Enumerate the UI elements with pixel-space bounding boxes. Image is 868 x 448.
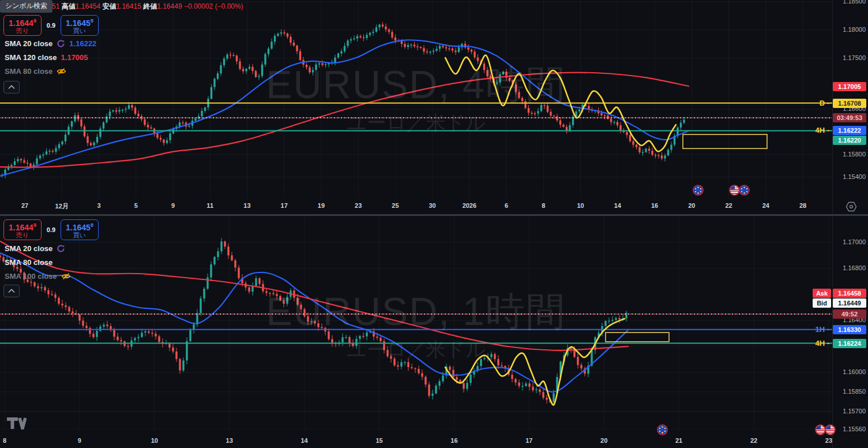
time-axis-label: 6 bbox=[505, 202, 508, 209]
sell-button[interactable]: 1.16449 売り bbox=[3, 219, 42, 240]
indicator-row[interactable]: SMA 120 close1.17005 bbox=[5, 53, 88, 62]
pane-divider[interactable] bbox=[0, 214, 868, 216]
price-axis-label: 1.16800 bbox=[832, 264, 866, 271]
price-axis-label: 1.15700 bbox=[832, 408, 866, 415]
change-value: −0.00002 (−0.00%) bbox=[184, 2, 243, 10]
level-tag: 4H - bbox=[806, 339, 829, 348]
time-axis-label: 9 bbox=[171, 202, 175, 209]
countdown-badge: 49:52 bbox=[833, 309, 866, 319]
time-axis-label: 20 bbox=[600, 437, 607, 444]
price-axis-label: 1.17000 bbox=[832, 238, 866, 245]
price-axis-label: 1.15800 bbox=[832, 151, 866, 158]
ohlc-row: 51 高値1.16454 安値1.16415 終値1.16449 −0.0000… bbox=[52, 2, 243, 12]
eu-flag-event-icon[interactable] bbox=[693, 185, 704, 196]
us-flag-event-icon[interactable] bbox=[729, 185, 740, 196]
countdown-badge: 03:49:53 bbox=[833, 113, 866, 122]
time-axis-label: 8 bbox=[542, 202, 545, 209]
level-tag: D - bbox=[806, 99, 829, 107]
price-axis-label: 1.17500 bbox=[832, 54, 866, 61]
time-axis-label: 23 bbox=[825, 437, 832, 444]
time-axis-label: 10 bbox=[151, 437, 158, 444]
eu-flag-event-icon[interactable] bbox=[657, 424, 668, 435]
time-axis-label: 5 bbox=[134, 202, 138, 209]
price-badge: 1.16708 bbox=[833, 99, 866, 108]
eye-off-icon[interactable] bbox=[57, 68, 66, 75]
indicator-name: SMA 20 close bbox=[5, 39, 52, 48]
tradingview-logo[interactable] bbox=[7, 417, 27, 432]
trading-chart-app: EURUSD, 4時間 ユーロ／米ドル EURUSD, 1時間 ユーロ／米ドル … bbox=[0, 0, 868, 448]
trade-panel-4h: 1.16449 売り 0.9 1.16458 買い bbox=[3, 15, 99, 36]
time-axis-label: 20 bbox=[688, 202, 695, 209]
badge-label-chip: Bid bbox=[813, 298, 831, 308]
candlestick-chart-1h[interactable] bbox=[0, 216, 832, 430]
indicator-row[interactable]: SMA 80 close bbox=[5, 258, 52, 267]
buy-button[interactable]: 1.16458 買い bbox=[61, 15, 99, 36]
price-axis-label: 1.15850 bbox=[832, 388, 866, 395]
indicator-value: 1.17005 bbox=[61, 53, 88, 62]
ohlc-field-value: 1.16454 bbox=[76, 2, 100, 10]
time-axis-label: 30 bbox=[429, 202, 436, 209]
badge-label-chip: Ask bbox=[813, 289, 831, 298]
time-axis-label: 13 bbox=[226, 437, 233, 444]
time-axis-label: 23 bbox=[355, 202, 362, 209]
time-axis-label: 27 bbox=[21, 202, 28, 209]
us-flag-canton bbox=[826, 425, 831, 430]
open-value-partial: 51 bbox=[52, 2, 59, 10]
time-axis-label: 15 bbox=[375, 437, 382, 444]
timezone-settings-button[interactable] bbox=[846, 201, 857, 214]
price-axis-label: 1.18000 bbox=[832, 26, 866, 33]
time-axis-label: 17 bbox=[525, 437, 532, 444]
us-flag-canton bbox=[816, 425, 821, 430]
sync-icon bbox=[57, 39, 65, 48]
indicator-row[interactable]: SMA 80 close bbox=[5, 67, 66, 76]
time-axis-label: 14 bbox=[614, 202, 621, 209]
time-axis-label: 10 bbox=[577, 202, 584, 209]
indicator-value: 1.16222 bbox=[69, 39, 96, 48]
level-tag: 1H - bbox=[806, 325, 829, 334]
symbol-search-button[interactable]: シンボル検索 bbox=[0, 0, 52, 13]
indicator-row[interactable]: SMA 20 close bbox=[5, 244, 65, 253]
candlestick-chart-4h[interactable] bbox=[0, 0, 832, 199]
time-axis-label: 17 bbox=[281, 202, 288, 209]
price-badge: 1.16222 bbox=[833, 126, 866, 135]
hexagon-icon bbox=[846, 201, 857, 212]
price-badge: 1.16458 bbox=[833, 289, 866, 298]
indicator-row[interactable]: SMA 100 close bbox=[5, 272, 71, 281]
sync-icon bbox=[57, 244, 65, 253]
eu-flag-event-icon[interactable] bbox=[739, 185, 750, 196]
time-axis-label: 21 bbox=[675, 437, 682, 444]
time-axis-label: 3 bbox=[97, 202, 100, 209]
price-axis-label: 1.16000 bbox=[832, 368, 866, 375]
tradingview-logo-icon bbox=[7, 417, 27, 430]
price-badge: 1.17005 bbox=[833, 82, 866, 91]
time-axis-label: 11 bbox=[206, 202, 213, 209]
indicator-name: SMA 120 close bbox=[5, 53, 57, 62]
chevron-up-icon bbox=[8, 85, 15, 89]
buy-button[interactable]: 1.16458 買い bbox=[61, 219, 99, 240]
chevron-up-icon bbox=[8, 289, 15, 293]
collapse-legend-button[interactable] bbox=[3, 81, 20, 94]
us-flag-canton bbox=[730, 186, 735, 190]
indicator-name: SMA 80 close bbox=[5, 67, 52, 76]
spread-value: 0.9 bbox=[42, 22, 61, 29]
level-tag: 4H - bbox=[806, 126, 829, 135]
time-axis-label: 28 bbox=[799, 202, 806, 209]
eye-off-icon[interactable] bbox=[61, 272, 71, 280]
indicator-name: SMA 20 close bbox=[5, 244, 52, 253]
spread-value: 0.9 bbox=[42, 226, 61, 233]
time-axis-label: 16 bbox=[651, 202, 658, 209]
indicator-name: SMA 80 close bbox=[5, 258, 52, 267]
us-flag-event-icon[interactable] bbox=[815, 424, 826, 435]
us-flag-event-icon[interactable] bbox=[825, 424, 836, 435]
time-axis-label: 22 bbox=[725, 202, 732, 209]
time-axis-label: 8 bbox=[3, 437, 6, 444]
price-badge: 1.16224 bbox=[833, 339, 866, 348]
price-axis-separator bbox=[832, 0, 833, 448]
ohlc-field-label: 高値 bbox=[62, 2, 76, 10]
time-axis-label: 12月 bbox=[55, 202, 69, 211]
collapse-legend-button[interactable] bbox=[3, 285, 20, 297]
indicator-name: SMA 100 close bbox=[5, 272, 57, 281]
sell-button[interactable]: 1.16449 売り bbox=[3, 15, 42, 36]
ohlc-field-value: 1.16415 bbox=[116, 2, 141, 10]
indicator-row[interactable]: SMA 20 close1.16222 bbox=[5, 39, 96, 48]
